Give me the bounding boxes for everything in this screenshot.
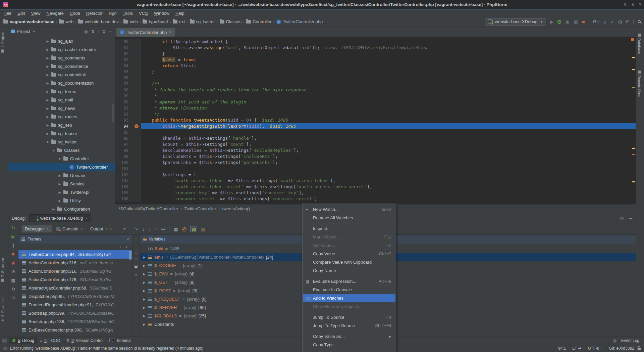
code-line-97[interactable]: 97 $count = $this->settings['count']; xyxy=(115,141,636,147)
chevron-right-icon[interactable]: ▶ xyxy=(46,132,49,135)
menu-item-copy-path[interactable]: Copy Path xyxy=(303,349,395,352)
code-line-99[interactable]: 99 $includeRts = $this->settings['includ… xyxy=(115,153,636,160)
breadcrumb-item[interactable]: sg_twitter xyxy=(190,19,215,24)
menu-item-copy-name[interactable]: Copy Name xyxy=(303,266,395,275)
chevron-down-icon[interactable]: ▼ xyxy=(46,140,49,144)
menu-window[interactable]: Window xyxy=(151,11,172,16)
stack-frame-row[interactable]: Bootstrap.php:186, TYPO3\CMS\Extbase\C xyxy=(18,317,132,326)
hide-panel-button[interactable]: ─ xyxy=(109,29,112,34)
code-line-102[interactable]: 102 $settings = [ xyxy=(115,172,636,178)
move-watch-up-button[interactable]: ▲ xyxy=(135,251,138,255)
line-number[interactable]: 90 xyxy=(115,99,132,105)
tree-item-sg_contentlink[interactable]: ▶sg_contentlink xyxy=(8,71,115,79)
chevron-right-icon[interactable]: ▶ xyxy=(143,264,146,267)
chevron-right-icon[interactable]: ▶ xyxy=(143,314,146,318)
menu-item-inspect[interactable]: Inspect... xyxy=(303,224,395,233)
chevron-right-icon[interactable]: ▶ xyxy=(46,73,49,77)
stack-frame-row[interactable]: ActionController.php:316, call_user_func… xyxy=(18,259,132,267)
stack-frame-row[interactable]: AbstractAjaxController.php:68, SGalinski… xyxy=(18,284,132,292)
tree-item-sg_teaser[interactable]: ▶sg_teaser xyxy=(8,129,115,138)
chevron-right-icon[interactable]: ▶ xyxy=(46,40,49,43)
menu-item-new-watch[interactable]: +New Watch...Insert xyxy=(303,205,395,214)
evaluate-expression-button[interactable]: ▦ xyxy=(173,227,178,231)
code-line-85[interactable]: 85 } xyxy=(115,69,636,75)
toolwindow-button-project[interactable]: 1: Project xyxy=(1,32,5,52)
layout-settings-button[interactable]: ▥ xyxy=(201,227,206,231)
line-number[interactable]: 85 xyxy=(115,69,132,75)
profiler-button[interactable]: ▦ xyxy=(574,19,578,24)
menu-refactor[interactable]: Refactor xyxy=(83,11,106,16)
menu-item-jump-to-source[interactable]: Jump To SourceF4 xyxy=(303,313,395,321)
debug-settings-gear-icon[interactable]: ⚙ xyxy=(11,287,15,292)
run-button[interactable]: ▶ xyxy=(550,19,554,24)
editor-breadcrumb-item[interactable]: \SGalinski\SgTwitter\Controller xyxy=(119,206,178,211)
chevron-right-icon[interactable]: ▶ xyxy=(143,289,146,293)
menu-item-compare-value-with-clipboard[interactable]: Compare Value with Clipboard xyxy=(303,258,395,266)
tree-item-classes[interactable]: ▼Classes xyxy=(8,146,115,155)
caret-position-widget[interactable]: 94:1 xyxy=(555,346,569,351)
frames-scrollbar[interactable] xyxy=(129,251,131,260)
chevron-right-icon[interactable]: ▶ xyxy=(46,48,49,51)
menu-vcs[interactable]: VCS xyxy=(136,11,151,16)
chevron-right-icon[interactable]: ▶ xyxy=(143,323,146,326)
debug-button[interactable] xyxy=(557,20,561,24)
line-number[interactable]: 102 xyxy=(115,172,132,178)
mailto-console-icon[interactable]: @ xyxy=(182,227,187,231)
tree-item-sg_consistence[interactable]: ▶sg_consistence xyxy=(8,62,115,71)
force-step-into-button[interactable]: ↓ xyxy=(149,227,151,231)
stack-frame-row[interactable]: ActionController.php:176, SGalinski\SgTw… xyxy=(18,275,132,284)
breakpoint-icon[interactable]: ✓ xyxy=(135,124,139,128)
git-update-button[interactable]: ↙ xyxy=(603,19,607,24)
menu-navigate[interactable]: Navigate xyxy=(43,11,66,16)
hide-panel-button[interactable]: ─ xyxy=(629,216,632,221)
git-rollback-button[interactable]: ↶ xyxy=(625,19,629,24)
chevron-right-icon[interactable]: ▶ xyxy=(46,90,49,93)
editor-breadcrumb-item[interactable]: tweetsAction() xyxy=(222,206,250,211)
tree-item-sg_cache_extender[interactable]: ▶sg_cache_extender xyxy=(8,45,115,54)
chevron-right-icon[interactable]: ▶ xyxy=(46,107,49,110)
run-to-cursor-button[interactable]: ↦ xyxy=(161,227,165,231)
stack-frame-row[interactable]: ExtBaseConnector.php:308, SGalinski\SgA xyxy=(18,326,132,334)
line-number[interactable]: 106 xyxy=(115,196,132,202)
menu-edit[interactable]: Edit xyxy=(14,11,28,16)
chevron-right-icon[interactable]: ▶ xyxy=(46,115,49,119)
toolwindow-button-event-log[interactable]: Event Log xyxy=(619,338,642,344)
menu-item-evaluate-in-console[interactable]: Evaluate In Console xyxy=(303,285,395,294)
code-line-103[interactable]: 103 'oauth_access_token' => $this->setti… xyxy=(115,178,636,184)
resume-button[interactable]: ▶ xyxy=(12,234,15,239)
show-values-inline-toggle[interactable]: ▧ xyxy=(191,226,197,232)
menu-item-add-to-watches[interactable]: Add to Watches xyxy=(303,294,395,302)
gear-icon[interactable]: ⚙ xyxy=(102,29,106,34)
chevron-right-icon[interactable]: ▶ xyxy=(58,174,61,177)
line-number[interactable]: 100 xyxy=(115,160,132,166)
tree-item-utility[interactable]: ▶Utility xyxy=(8,196,115,205)
menu-help[interactable]: Help xyxy=(172,11,187,16)
line-number[interactable]: 103 xyxy=(115,178,132,184)
tree-item-sg_twitter[interactable]: ▼sg_twitter xyxy=(8,138,115,146)
maximize-button[interactable]: ∧ xyxy=(631,2,634,7)
chevron-right-icon[interactable]: ▶ xyxy=(46,65,49,68)
breadcrumb-item[interactable]: ext xyxy=(173,19,185,24)
chevron-down-icon[interactable]: ▼ xyxy=(58,157,61,161)
remove-watch-button[interactable]: − xyxy=(135,244,137,248)
toolwindow-button-remote-host[interactable]: Remote Host xyxy=(637,71,641,97)
code-line-90[interactable]: 90 * @param int $uid uid of the plugin xyxy=(115,99,636,105)
encoding-widget[interactable]: UTF-8 ÷ xyxy=(585,346,606,351)
tree-item-sg_ajax[interactable]: ▶sg_ajax xyxy=(8,37,115,45)
show-watches-toggle[interactable]: ∞ xyxy=(134,272,139,277)
menu-run[interactable]: Run xyxy=(106,11,120,16)
code-line-86[interactable]: 86 xyxy=(115,75,636,81)
line-number[interactable]: 89 xyxy=(115,93,132,99)
toolwindow-button-structure[interactable]: 7: Structure xyxy=(1,258,5,282)
close-icon[interactable]: × xyxy=(169,30,171,35)
move-watch-down-button[interactable]: ▼ xyxy=(135,258,138,261)
tree-item-sg_comments[interactable]: ▶sg_comments xyxy=(8,54,115,62)
chevron-right-icon[interactable]: ▶ xyxy=(143,281,146,284)
menu-item-copy-value-as[interactable]: Copy Value As...▶ xyxy=(303,332,395,341)
stop-button[interactable]: ■ xyxy=(12,252,15,257)
debug-tab-output[interactable]: Output↗× xyxy=(87,225,115,232)
code-line-98[interactable]: 98 $excludeReplies = $this->settings['ex… xyxy=(115,147,636,153)
menu-item-remove-all-watches[interactable]: Remove All Watches xyxy=(303,214,395,222)
stack-frame-row[interactable]: ActionController.php:316, SGalinski\SgTw… xyxy=(18,267,132,275)
line-number[interactable]: 91 xyxy=(115,105,132,111)
